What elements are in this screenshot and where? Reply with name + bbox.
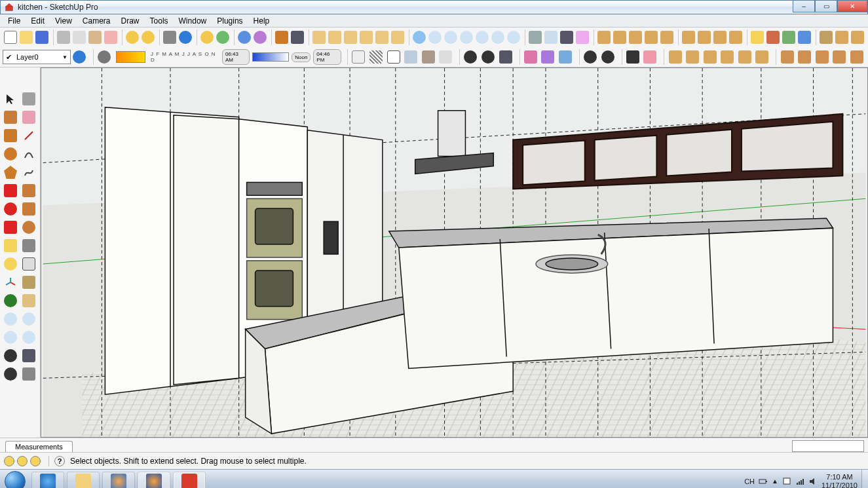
shadow-time-slider[interactable] xyxy=(252,52,289,62)
lt-text[interactable] xyxy=(20,255,37,272)
tb-eraser2[interactable] xyxy=(642,48,658,66)
window-close-button[interactable]: ✕ xyxy=(837,1,867,12)
menu-edit[interactable]: Edit xyxy=(26,15,50,27)
tb-comp-c[interactable] xyxy=(628,29,643,46)
tb-sand-d[interactable] xyxy=(831,48,848,66)
lt-previous[interactable] xyxy=(2,329,19,346)
tb-paste[interactable] xyxy=(88,29,102,46)
tb-back[interactable] xyxy=(375,29,389,46)
lt-pan[interactable] xyxy=(20,292,37,309)
help-icon[interactable]: ? xyxy=(54,456,65,466)
lt-circle[interactable] xyxy=(2,145,19,162)
lt-rotate[interactable] xyxy=(2,200,19,217)
tb-face[interactable] xyxy=(575,29,590,46)
tb-next[interactable] xyxy=(506,29,521,46)
lt-make-component[interactable] xyxy=(20,90,37,107)
tb-section-display[interactable] xyxy=(540,48,556,66)
tb-edge[interactable] xyxy=(559,29,574,46)
tray-network-icon[interactable] xyxy=(795,477,804,486)
lt-freehand[interactable] xyxy=(20,164,37,181)
task-explorer[interactable] xyxy=(67,472,100,489)
menu-help[interactable]: Help xyxy=(248,15,275,27)
tb-3dw-r[interactable] xyxy=(237,29,252,46)
tb-shaded[interactable] xyxy=(403,48,419,66)
lt-pushpull[interactable] xyxy=(20,182,37,199)
tb-axes2[interactable] xyxy=(582,48,599,66)
tb-soften[interactable] xyxy=(797,29,812,46)
lt-select[interactable] xyxy=(2,90,19,107)
tb-help[interactable] xyxy=(835,29,849,46)
lt-position-camera[interactable] xyxy=(2,347,19,364)
shadow-date-slider[interactable] xyxy=(116,51,145,63)
tb-about[interactable] xyxy=(850,29,865,46)
lt-arc[interactable] xyxy=(20,145,37,162)
tb-look[interactable] xyxy=(497,48,514,66)
menu-plugins[interactable]: Plugins xyxy=(212,15,248,27)
tray-clock[interactable]: 7:10 AM 11/17/2010 xyxy=(821,473,858,488)
lt-zoom[interactable] xyxy=(2,310,19,328)
tb-comp-d[interactable] xyxy=(644,29,658,46)
tb-zoom-extents[interactable] xyxy=(459,29,474,46)
tb-sand-c[interactable] xyxy=(814,48,831,66)
lt-next[interactable] xyxy=(20,329,37,346)
lt-3dtext[interactable] xyxy=(20,274,37,291)
task-sketchup[interactable] xyxy=(173,472,206,489)
lt-eraser[interactable] xyxy=(20,109,37,126)
tb-solid-c[interactable] xyxy=(702,48,719,66)
menu-tools[interactable]: Tools xyxy=(145,15,174,27)
lt-move[interactable] xyxy=(2,182,19,199)
menu-window[interactable]: Window xyxy=(174,15,212,27)
lt-offset[interactable] xyxy=(20,219,37,236)
tb-fog[interactable] xyxy=(544,29,558,46)
tb-left[interactable] xyxy=(390,29,405,46)
layer-dropdown-icon[interactable]: ▼ xyxy=(62,54,67,60)
tb-solid-d[interactable] xyxy=(719,48,736,66)
model-viewport[interactable] xyxy=(41,67,868,438)
tb-pan[interactable] xyxy=(428,29,442,46)
window-minimize-button[interactable]: – xyxy=(793,1,815,12)
start-button[interactable] xyxy=(0,470,30,489)
tb-materials[interactable] xyxy=(766,29,780,46)
lt-look-around[interactable] xyxy=(20,347,37,364)
tb-solid-f[interactable] xyxy=(754,48,770,66)
tb-section-cut[interactable] xyxy=(557,48,574,66)
tb-position-camera[interactable] xyxy=(462,48,479,66)
tb-wireframe[interactable] xyxy=(368,48,385,66)
lt-dimension[interactable] xyxy=(20,237,37,254)
tb-paint[interactable] xyxy=(274,29,289,46)
tb-iso[interactable] xyxy=(312,29,326,46)
lt-followme[interactable] xyxy=(20,200,37,217)
measurements-input[interactable] xyxy=(792,440,864,452)
tb-scenes[interactable] xyxy=(713,29,727,46)
tb-sand-a[interactable] xyxy=(779,48,795,66)
lt-protractor[interactable] xyxy=(2,255,19,272)
tb-3dw-m[interactable] xyxy=(200,29,214,46)
tb-3dw-share[interactable] xyxy=(216,29,230,46)
lt-line[interactable] xyxy=(20,127,37,144)
tb-prefs[interactable] xyxy=(819,29,833,46)
menu-draw[interactable]: Draw xyxy=(116,15,145,27)
show-desktop-button[interactable] xyxy=(861,470,868,489)
tb-prev[interactable] xyxy=(491,29,505,46)
tb-top[interactable] xyxy=(328,29,342,46)
lt-polygon[interactable] xyxy=(2,164,19,181)
tb-select2[interactable] xyxy=(625,48,641,66)
tb-entityinfo[interactable] xyxy=(750,29,764,46)
lt-rectangle[interactable] xyxy=(2,127,19,144)
layer-visible-check[interactable]: ✔ xyxy=(6,53,14,62)
tb-redo[interactable] xyxy=(141,29,155,46)
tab-measurements[interactable]: Measurements xyxy=(5,441,73,452)
tb-shadows[interactable] xyxy=(528,29,542,46)
lt-section[interactable] xyxy=(20,366,37,383)
tb-solid-a[interactable] xyxy=(667,48,683,66)
tb-open[interactable] xyxy=(19,29,33,46)
tb-3dw-b[interactable] xyxy=(253,29,267,46)
lt-paint-bucket[interactable] xyxy=(2,109,19,126)
tb-right[interactable] xyxy=(359,29,373,46)
tb-zoom[interactable] xyxy=(443,29,458,46)
tray-volume-icon[interactable] xyxy=(808,477,818,486)
task-ie[interactable] xyxy=(31,472,64,489)
tray-lang[interactable]: CH xyxy=(744,478,755,485)
tb-guides[interactable] xyxy=(599,48,616,66)
tb-sand-b[interactable] xyxy=(797,48,813,66)
